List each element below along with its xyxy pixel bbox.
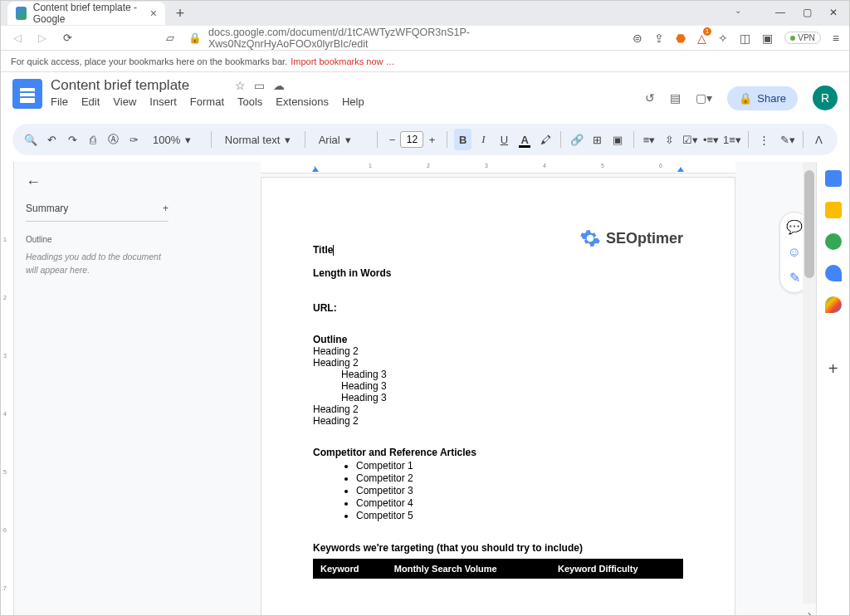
outline-heading: Outline <box>313 334 683 345</box>
wallet-icon[interactable]: ▣ <box>762 32 773 45</box>
highlight-button[interactable]: 🖍 <box>537 129 554 150</box>
contacts-app-icon[interactable] <box>825 265 842 281</box>
font-size-increase[interactable]: + <box>423 134 440 146</box>
bulleted-list-button[interactable]: •≡▾ <box>702 129 720 150</box>
overflow-button[interactable]: ⋮ <box>755 129 773 150</box>
side-panel: + <box>816 162 849 616</box>
insert-comment-button[interactable]: ⊞ <box>589 129 606 150</box>
browser-menu-icon[interactable]: ≡ <box>833 32 839 45</box>
checklist-button[interactable]: ☑▾ <box>681 129 699 150</box>
minimize-button[interactable]: — <box>768 3 793 22</box>
share-url-icon[interactable]: ⇪ <box>654 32 664 45</box>
menu-help[interactable]: Help <box>342 95 364 108</box>
extension-icon[interactable]: △1 <box>697 32 706 45</box>
star-icon[interactable]: ☆ <box>235 79 246 92</box>
menu-file[interactable]: File <box>51 95 68 108</box>
docs-logo[interactable] <box>12 79 42 109</box>
font-size-decrease[interactable]: − <box>383 134 400 146</box>
menu-view[interactable]: View <box>113 95 136 108</box>
calendar-app-icon[interactable] <box>825 170 842 187</box>
seoptimer-logo: SEOptimer <box>579 227 683 249</box>
vertical-scrollbar[interactable] <box>803 162 816 604</box>
url-text: docs.google.com/document/d/1tCAWTyzWFQOR… <box>208 27 621 50</box>
close-window-button[interactable]: ✕ <box>821 3 846 22</box>
horizontal-ruler[interactable]: ⌄ 123456 <box>261 162 735 174</box>
document-title-input[interactable] <box>51 77 227 94</box>
sidebar-toggle-icon[interactable]: ◫ <box>740 32 750 45</box>
spellcheck-button[interactable]: Ⓐ <box>105 129 122 150</box>
move-icon[interactable]: ▭ <box>254 79 265 92</box>
doc-url-field: URL: <box>313 302 337 314</box>
menu-format[interactable]: Format <box>190 95 224 108</box>
list-item: Competitor 1 <box>356 460 683 472</box>
share-label: Share <box>757 92 786 105</box>
add-summary-button[interactable]: + <box>163 203 169 214</box>
new-tab-button[interactable]: + <box>170 5 190 22</box>
search-menu-icon[interactable]: 🔍 <box>22 129 40 150</box>
redo-button[interactable]: ↷ <box>64 129 81 150</box>
zoom-select[interactable]: 100%▾ <box>146 130 204 149</box>
tasks-app-icon[interactable] <box>825 233 842 250</box>
maps-app-icon[interactable] <box>825 296 842 313</box>
lock-icon: 🔒 <box>188 32 202 44</box>
comments-icon[interactable]: ▤ <box>670 91 681 105</box>
numbered-list-button[interactable]: 1≡▾ <box>723 129 741 150</box>
line-spacing-button[interactable]: ⇳ <box>661 129 678 150</box>
print-button[interactable]: ⎙ <box>85 129 102 150</box>
vertical-ruler: 1 2 3 4 5 6 7 <box>1 162 14 616</box>
account-avatar[interactable]: R <box>813 86 838 110</box>
paragraph-style-select[interactable]: Normal text▾ <box>218 130 298 149</box>
history-icon[interactable]: ↺ <box>645 91 655 105</box>
tab-title: Content brief template - Google <box>33 2 144 25</box>
editing-mode-button[interactable]: ✎▾ <box>779 129 796 150</box>
share-button[interactable]: 🔒 Share <box>727 86 798 110</box>
list-item: Competitor 5 <box>356 510 683 521</box>
add-emoji-icon[interactable]: ☺ <box>785 245 804 260</box>
paint-format-button[interactable]: ✑ <box>125 129 143 150</box>
reader-icon[interactable]: ⊜ <box>633 32 642 45</box>
right-indent-marker[interactable] <box>677 167 684 172</box>
reload-button[interactable]: ⟳ <box>61 32 74 44</box>
text-color-button[interactable]: A <box>516 129 534 150</box>
menu-insert[interactable]: Insert <box>149 95 177 108</box>
close-tab-icon[interactable]: × <box>150 7 157 20</box>
vpn-button[interactable]: VPN <box>784 32 821 44</box>
underline-button[interactable]: U <box>496 129 513 150</box>
insert-link-button[interactable]: 🔗 <box>568 129 585 150</box>
doc-length-field: Length in Words <box>313 267 391 279</box>
bold-button[interactable]: B <box>454 129 471 150</box>
menu-tools[interactable]: Tools <box>237 95 262 108</box>
address-bar[interactable]: 🔒 docs.google.com/document/d/1tCAWTyzWFQ… <box>188 27 621 50</box>
add-app-icon[interactable]: + <box>828 359 838 379</box>
align-button[interactable]: ≡▾ <box>641 129 658 150</box>
undo-button[interactable]: ↶ <box>43 129 61 150</box>
keep-app-icon[interactable] <box>825 202 842 218</box>
browser-tab[interactable]: Content brief template - Google × <box>7 2 165 25</box>
brave-shield-icon[interactable]: ⬣ <box>676 32 686 45</box>
outline-back-icon[interactable]: ← <box>26 174 169 191</box>
forward-button[interactable]: ▷ <box>36 32 49 44</box>
document-page[interactable]: SEOptimer Title Length in Words URL: Out… <box>261 177 735 616</box>
left-indent-marker[interactable] <box>312 167 319 172</box>
suggest-edit-icon[interactable]: ✎ <box>785 270 804 286</box>
font-select[interactable]: Arial▾ <box>312 130 370 149</box>
menu-extensions[interactable]: Extensions <box>276 95 329 108</box>
back-button[interactable]: ◁ <box>11 32 24 44</box>
font-size-input[interactable] <box>400 131 423 148</box>
text-cursor <box>333 245 334 256</box>
add-comment-icon[interactable]: 💬 <box>785 219 804 235</box>
explore-chevron-icon[interactable]: › <box>808 608 811 616</box>
tabs-overflow-icon[interactable]: ⌄ <box>735 6 741 15</box>
meet-icon[interactable]: ▢▾ <box>696 91 712 105</box>
menu-edit[interactable]: Edit <box>81 95 100 108</box>
italic-button[interactable]: I <box>475 129 492 150</box>
list-item: Competitor 3 <box>356 485 683 496</box>
insert-image-button[interactable]: ▣ <box>609 129 627 150</box>
bookmark-current-icon[interactable]: ▱ <box>164 32 177 44</box>
hide-menus-button[interactable]: ᐱ <box>810 129 828 150</box>
outline-label: Outline <box>26 235 169 244</box>
maximize-button[interactable]: ▢ <box>794 3 819 22</box>
extensions-button[interactable]: ✧ <box>718 32 728 45</box>
import-bookmarks-link[interactable]: Import bookmarks now … <box>291 56 394 66</box>
formatting-toolbar: 🔍 ↶ ↷ ⎙ Ⓐ ✑ 100%▾ Normal text▾ Arial▾ − … <box>12 124 838 155</box>
